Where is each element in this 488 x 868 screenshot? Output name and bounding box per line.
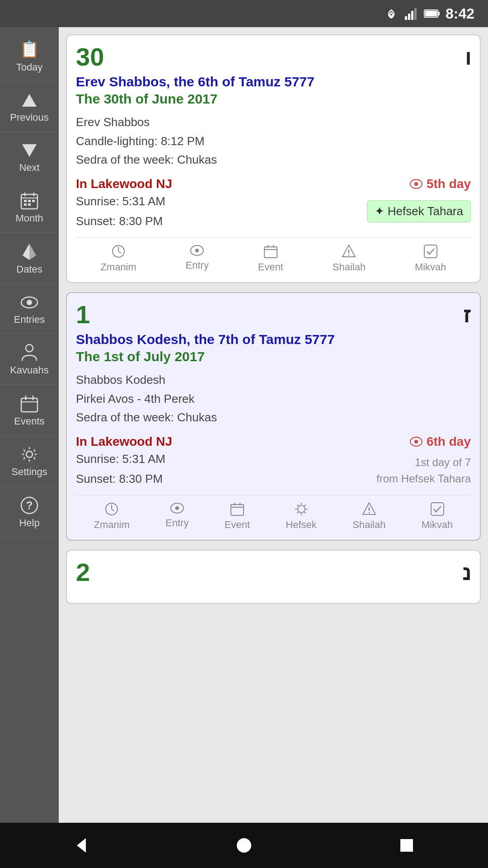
action-label-mikvah-30: Mikvah [415,261,446,273]
location-row-30: In Lakewood NJ Sunrise: 5:31 AM Sunset: … [76,177,471,231]
action-label-shailah-1: Shailah [352,519,385,531]
svg-point-43 [348,255,350,256]
sidebar-item-next[interactable]: Next [0,132,59,182]
action-zmanim-30[interactable]: Zmanim [100,244,136,273]
day-card-2: 2 נ [66,550,481,604]
sidebar-label-entries: Entries [14,314,45,326]
svg-point-46 [414,440,418,443]
svg-rect-1 [408,14,410,20]
action-event-30[interactable]: Event [258,244,283,273]
sidebar-label-help: Help [19,517,39,529]
action-mikvah-1[interactable]: Mikvah [422,502,453,531]
sidebar-item-dates[interactable]: Dates [0,233,59,283]
sidebar-item-settings[interactable]: Settings [0,436,59,486]
sidebar-label-today: Today [16,61,43,73]
action-entry-30[interactable]: Entry [186,244,209,273]
action-zmanim-1[interactable]: Zmanim [94,502,130,531]
svg-line-34 [118,251,121,253]
svg-rect-17 [28,203,31,206]
svg-marker-18 [23,244,29,260]
wifi-icon [383,7,399,20]
action-mikvah-30[interactable]: Mikvah [415,244,446,273]
action-bar-1: Zmanim Entry Event [76,495,471,531]
action-label-hefsek-1: Hefsek [286,519,316,531]
action-label-event-1: Event [225,519,250,531]
sidebar: 📋 Today Previous Next [0,27,59,823]
svg-marker-69 [77,838,86,853]
svg-point-21 [27,300,32,305]
status-time: 8:42 [446,5,474,22]
day-card-1: 1 ז Shabbos Kodesh, the 7th of Tamuz 577… [66,292,481,541]
action-label-entry-1: Entry [165,517,188,529]
location-name-1: In Lakewood NJ [76,434,172,449]
detail-line-1: Erev Shabbos [76,113,471,132]
month-icon [20,190,38,210]
event-icon-30 [263,244,278,259]
status-icons: 8:42 [383,5,474,22]
action-label-zmanim-1: Zmanim [94,519,130,531]
action-shailah-1[interactable]: Shailah [352,502,385,531]
svg-marker-19 [29,244,36,260]
svg-point-36 [195,249,199,252]
action-hefsek-1[interactable]: Hefsek [286,502,316,531]
svg-marker-8 [22,144,37,157]
detail-line-1-1: Shabbos Kodesh [76,371,471,390]
svg-rect-2 [411,11,413,20]
svg-rect-13 [24,200,27,202]
eye-icon-1 [409,436,423,447]
sunset-30: Sunset: 8:30 PM [76,211,172,231]
sidebar-item-help[interactable]: ? Help [0,486,59,537]
back-button[interactable] [68,832,95,859]
settings-icon [20,444,38,463]
hefsek-icon-1 [294,502,309,516]
back-icon [72,836,90,854]
action-entry-1[interactable]: Entry [165,502,188,531]
svg-point-70 [237,838,251,853]
home-button[interactable] [230,832,258,859]
svg-point-51 [175,506,179,510]
sunrise-30: Sunrise: 5:31 AM [76,191,172,211]
action-label-event-30: Event [258,261,283,273]
hebrew-day-2: נ [462,560,471,585]
sun-times-30: Sunrise: 5:31 AM Sunset: 8:30 PM [76,191,172,231]
sidebar-item-entries[interactable]: Entries [0,284,59,334]
hebrew-day-30: ו [465,44,471,70]
action-event-1[interactable]: Event [225,502,250,531]
svg-line-49 [112,509,114,511]
location-name-30: In Lakewood NJ [76,177,172,191]
sidebar-item-previous[interactable]: Previous [0,82,59,132]
location-row-1: In Lakewood NJ Sunrise: 5:31 AM Sunset: … [76,434,471,489]
svg-point-56 [298,505,305,513]
sidebar-label-kavuahs: Kavuahs [10,364,49,376]
sidebar-label-events: Events [14,415,44,427]
entry-icon-30 [190,244,204,257]
today-icon: 📋 [19,40,40,59]
svg-rect-68 [431,503,444,515]
card-header-1: 1 ז [76,302,471,327]
sidebar-item-events[interactable]: Events [0,385,59,435]
zmanim-icon-30 [111,244,126,259]
sidebar-item-today[interactable]: 📋 Today [0,32,59,82]
svg-marker-7 [22,94,37,107]
action-shailah-30[interactable]: Shailah [333,244,366,273]
day-number-2: 2 [76,560,90,585]
detail-line-1-2: Pirkei Avos - 4th Perek [76,390,471,409]
svg-rect-52 [231,505,244,515]
day-details-30: Erev Shabbos Candle-lighting: 8:12 PM Se… [76,113,471,170]
svg-rect-44 [424,245,437,258]
sidebar-item-kavuahs[interactable]: Kavuahs [0,334,59,385]
eye-icon-30 [409,179,423,189]
events-icon [20,393,38,412]
sun-times-1: Sunrise: 5:31 AM Sunset: 8:30 PM [76,449,172,489]
svg-rect-15 [32,200,35,202]
sidebar-item-month[interactable]: Month [0,182,59,233]
sidebar-label-dates: Dates [16,264,42,275]
svg-rect-6 [425,11,437,16]
mikvah-icon-30 [423,244,438,259]
help-icon: ? [20,495,38,514]
svg-point-31 [414,182,418,186]
svg-rect-0 [405,16,407,20]
recents-button[interactable] [393,832,420,859]
sidebar-label-month: Month [15,212,43,224]
dates-icon [22,241,37,260]
